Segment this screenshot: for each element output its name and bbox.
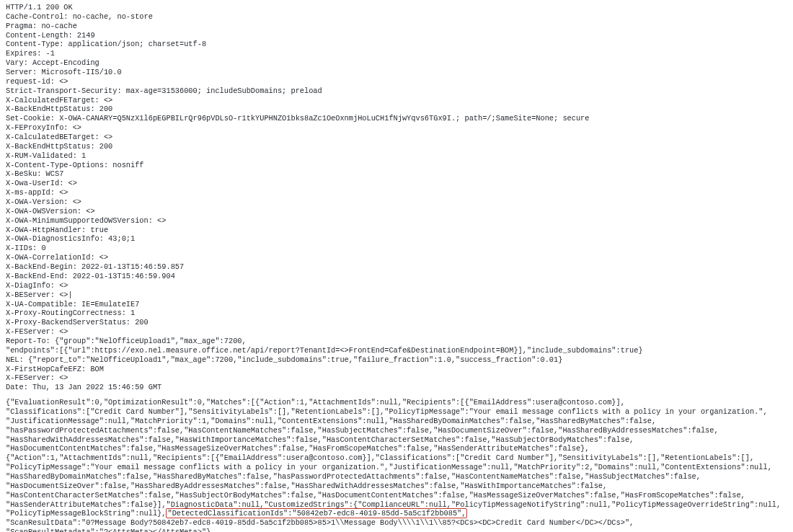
header-line: Server: Microsoft-IIS/10.0 [6,68,787,77]
body-line: "ScanResultMetadata":"?<AttsMeta></AttsM… [6,528,211,532]
header-line: Vary: Accept-Encoding [6,58,787,68]
body-line: {"EvaluationResult":0,"OptimizationResul… [6,398,625,407]
header-line: NEL: {"report_to":"NelOfficeUpload1","ma… [6,355,787,365]
header-line: X-OWA-OWSVersion: <> [6,207,787,216]
header-line: X-BackEndHttpStatus: 200 [6,105,787,114]
header-line: Set-Cookie: X-OWA-CANARY=Q5NzX1l6pEGPBIL… [6,114,787,123]
header-line: X-DiagInfo: <> [6,281,787,291]
header-line: X-BackEnd-End: 2022-01-13T15:46:59.904 [6,272,787,281]
body-line: "HasSenderAttributeMatches":false}],"Dia… [6,500,781,509]
header-line: X-Proxy-RoutingCorrectness: 1 [6,309,787,318]
header-line: X-FirstHopCafeEFZ: BOM [6,365,787,374]
body-line: "Classifications":["Credit Card Number"]… [6,407,768,416]
header-line: X-FEProxyInfo: <> [6,123,787,133]
header-line: X-BEServer: <>| [6,291,787,300]
header-line: X-OWA-DiagnosticsInfo: 43;0;1 [6,234,787,244]
header-line: Content-Length: 2149 [6,31,787,40]
http-headers: HTTP/1.1 200 OKCache-Control: no-cache, … [6,3,787,392]
response-body: {"EvaluationResult":0,"OptimizationResul… [6,398,787,532]
body-line: "HasSharedByDomainMatches":false,"HasSha… [6,472,701,481]
body-line: "HasSharedWithAddressesMatches":false,"H… [6,435,634,444]
header-line: Expires: -1 [6,49,787,58]
body-line: "hasPasswordProtectedAttachments":false,… [6,426,719,435]
header-line: X-OWA-MinimumSupportedOWSVersion: <> [6,216,787,226]
body-line: "PolicyTipMessageBlockString":null}, [6,509,166,518]
header-line: X-BackEndHttpStatus: 200 [6,142,787,151]
header-line: X-Proxy-BackendServerStatus: 200 [6,318,787,327]
header-line: X-BackEnd-Begin: 2022-01-13T15:46:59.857 [6,262,787,272]
highlight-detected-classification: "DetectedClassificationIds":"50842eb7-ed… [166,508,467,518]
header-line: X-FEServer: <> [6,327,787,337]
body-line: "HasDocumentSizeOver":false,"HasSharedBy… [6,482,607,490]
header-line: Pragma: no-cache [6,22,787,31]
header-line: X-CalculatedBETarget: <> [6,133,787,142]
header-line: X-RUM-Validated: 1 [6,151,787,161]
header-line: X-OWA-Version: <> [6,198,787,207]
header-line: Report-To: {"group":"NelOfficeUpload1","… [6,337,787,346]
header-line: X-ms-appId: <> [6,188,787,198]
body-line: "PolicyTipMessage":"Your email message c… [6,463,772,471]
body-line: "HasDocumentContentMatches":false,"HasMe… [6,444,589,453]
header-line: X-CalculatedFETarget: <> [6,96,787,105]
body-line: "ScanResultData":"0?Message Body?50842eb… [6,518,634,527]
header-line: Content-Type: application/json; charset=… [6,40,787,49]
header-line: X-Owa-UserId: <> [6,179,787,188]
header-line: X-OWA-HttpHandler: true [6,226,787,235]
header-line: X-Content-Type-Options: nosniff [6,161,787,170]
header-line: X-UA-Compatible: IE=EmulateIE7 [6,300,787,309]
header-line: X-OWA-CorrelationId: <> [6,253,787,262]
header-line: request-id: <> [6,77,787,87]
header-line: Strict-Transport-Security: max-age=31536… [6,87,787,96]
header-line: Date: Thu, 13 Jan 2022 15:46:59 GMT [6,383,787,392]
body-line: "JustificationMessage":null,"MatchPriori… [6,417,656,425]
body-line: {"Action":1,"AttachmentIds":null,"Recipi… [6,453,754,462]
header-line: X-FEServer: <> [6,373,787,383]
header-line: Cache-Control: no-cache, no-store [6,12,787,22]
header-line: X-BeSku: WCS7 [6,169,787,179]
header-line: HTTP/1.1 200 OK [6,3,787,12]
header-line: X-IIDs: 0 [6,244,787,253]
header-line: "endpoints":[{"url":https://exo.nel.meas… [6,346,787,355]
body-line: "HasContentCharacterSetMatches":false,"H… [6,491,745,500]
